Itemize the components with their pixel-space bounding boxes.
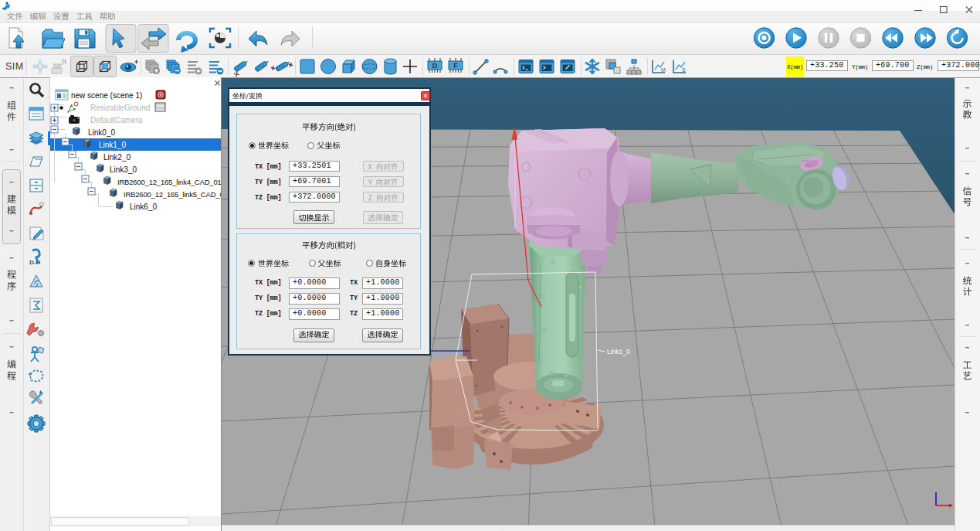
svg-text:Link1_0: Link1_0 (607, 348, 630, 356)
